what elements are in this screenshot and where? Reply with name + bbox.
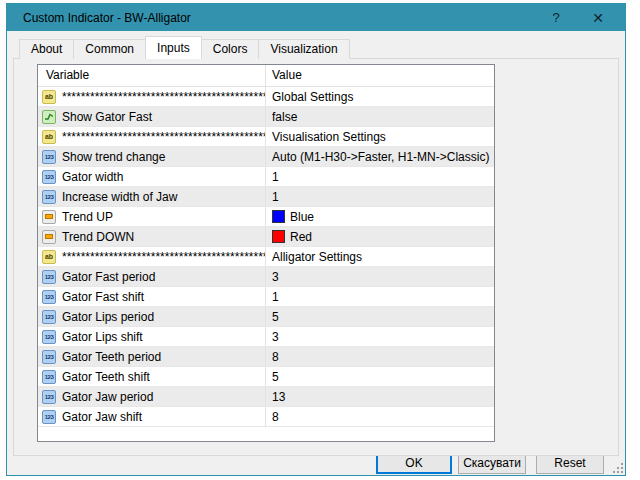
number-param-icon: 123: [42, 370, 56, 384]
color-swatch: [272, 230, 285, 243]
table-row[interactable]: ab *************************************…: [38, 87, 494, 107]
table-row[interactable]: 123 Gator Jaw shift 8: [38, 407, 494, 427]
param-name: Gator width: [62, 170, 123, 184]
param-value: 8: [272, 410, 279, 424]
param-value: 8: [272, 350, 279, 364]
column-header-variable[interactable]: Variable: [38, 65, 265, 86]
table-row[interactable]: 123 Gator Lips shift 3: [38, 327, 494, 347]
tab-about[interactable]: About: [19, 39, 74, 59]
tab-inputs[interactable]: Inputs: [145, 36, 202, 59]
param-name: Gator Jaw shift: [62, 410, 142, 424]
param-name: Show trend change: [62, 150, 165, 164]
titlebar[interactable]: Custom Indicator - BW-Alligator ? ✕: [7, 4, 625, 31]
help-icon[interactable]: ?: [535, 4, 577, 31]
param-value: 5: [272, 370, 279, 384]
param-name: Increase width of Jaw: [62, 190, 177, 204]
param-name: ****************************************…: [62, 130, 265, 144]
param-value: false: [272, 110, 297, 124]
table-row[interactable]: Show Gator Fast false: [38, 107, 494, 127]
number-param-icon: 123: [42, 190, 56, 204]
param-value: Blue: [290, 210, 314, 224]
inputs-table: Variable Value ab **********************…: [37, 64, 495, 442]
param-name: Gator Jaw period: [62, 390, 153, 404]
param-value: 3: [272, 330, 279, 344]
table-row[interactable]: 123 Gator Teeth shift 5: [38, 367, 494, 387]
table-row[interactable]: 123 Gator Fast shift 1: [38, 287, 494, 307]
table-row[interactable]: ab *************************************…: [38, 247, 494, 267]
table-header-row: Variable Value: [38, 65, 494, 87]
param-name: Gator Teeth shift: [62, 370, 150, 384]
window-title: Custom Indicator - BW-Alligator: [7, 11, 191, 25]
param-name: Gator Lips period: [62, 310, 154, 324]
table-row[interactable]: 123 Show trend change Auto (M1-H30->Fast…: [38, 147, 494, 167]
custom-indicator-dialog: Custom Indicator - BW-Alligator ? ✕ Abou…: [6, 3, 626, 476]
resize-grip-icon[interactable]: [613, 463, 623, 473]
param-value: 5: [272, 310, 279, 324]
param-value: Global Settings: [272, 90, 353, 104]
param-name: Show Gator Fast: [62, 110, 152, 124]
number-param-icon: 123: [42, 330, 56, 344]
param-value: 1: [272, 190, 279, 204]
table-row[interactable]: Trend UP Blue: [38, 207, 494, 227]
param-value: 1: [272, 290, 279, 304]
text-param-icon: ab: [42, 130, 56, 144]
table-row[interactable]: 123 Gator Fast period 3: [38, 267, 494, 287]
param-name: Gator Fast period: [62, 270, 155, 284]
text-param-icon: ab: [42, 90, 56, 104]
color-param-icon: [42, 230, 56, 244]
param-name: Trend UP: [62, 210, 113, 224]
column-header-value[interactable]: Value: [265, 65, 494, 86]
number-param-icon: 123: [42, 150, 56, 164]
tab-common[interactable]: Common: [73, 39, 146, 59]
table-row[interactable]: ab *************************************…: [38, 127, 494, 147]
table-row[interactable]: 123 Gator width 1: [38, 167, 494, 187]
number-param-icon: 123: [42, 290, 56, 304]
param-name: Trend DOWN: [62, 230, 134, 244]
param-name: ****************************************…: [62, 250, 265, 264]
param-value: Red: [290, 230, 312, 244]
number-param-icon: 123: [42, 170, 56, 184]
table-row[interactable]: 123 Gator Teeth period 8: [38, 347, 494, 367]
tab-strip: About Common Inputs Colors Visualization: [19, 39, 349, 59]
number-param-icon: 123: [42, 390, 56, 404]
table-row[interactable]: 123 Gator Lips period 5: [38, 307, 494, 327]
table-rows: ab *************************************…: [38, 87, 494, 427]
param-value: Alligator Settings: [272, 250, 362, 264]
param-name: Gator Lips shift: [62, 330, 143, 344]
param-value: 1: [272, 170, 279, 184]
table-row[interactable]: 123 Gator Jaw period 13: [38, 387, 494, 407]
table-row[interactable]: 123 Increase width of Jaw 1: [38, 187, 494, 207]
color-swatch: [272, 210, 285, 223]
close-icon[interactable]: ✕: [577, 4, 619, 31]
number-param-icon: 123: [42, 350, 56, 364]
number-param-icon: 123: [42, 270, 56, 284]
color-param-icon: [42, 210, 56, 224]
tab-visualization[interactable]: Visualization: [258, 39, 349, 59]
number-param-icon: 123: [42, 310, 56, 324]
param-name: Gator Teeth period: [62, 350, 161, 364]
tab-colors[interactable]: Colors: [201, 39, 260, 59]
param-name: ****************************************…: [62, 90, 265, 104]
bool-param-icon: [42, 110, 56, 124]
number-param-icon: 123: [42, 410, 56, 424]
param-value: 13: [272, 390, 285, 404]
param-value: Visualisation Settings: [272, 130, 386, 144]
table-row[interactable]: Trend DOWN Red: [38, 227, 494, 247]
param-value: 3: [272, 270, 279, 284]
param-value: Auto (M1-H30->Faster, H1-MN->Classic): [272, 150, 489, 164]
text-param-icon: ab: [42, 250, 56, 264]
param-name: Gator Fast shift: [62, 290, 144, 304]
